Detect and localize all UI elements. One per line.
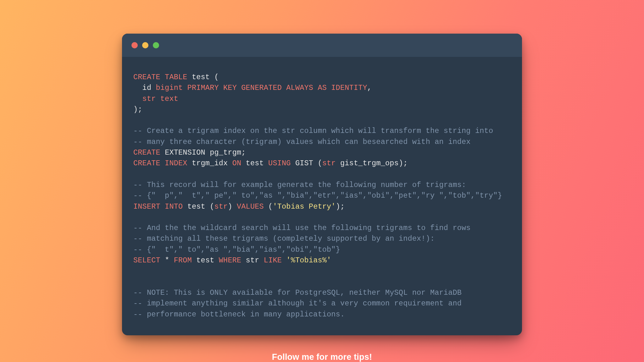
token-str: '%Tobias%' — [286, 256, 331, 265]
token-comment: -- matching all these trigrams (complete… — [133, 234, 435, 243]
close-icon[interactable] — [131, 42, 138, 48]
token-plain: ( — [264, 202, 273, 211]
token-kw: WHERE — [219, 256, 242, 265]
token-comment: -- And the the wildcard search will use … — [133, 224, 471, 232]
token-plain: test — [241, 159, 268, 167]
window-titlebar — [122, 34, 522, 57]
token-kw: CREATE TABLE — [133, 73, 187, 81]
token-comment: -- performance bottleneck in many applic… — [133, 310, 345, 319]
token-plain: trgm_idx — [187, 159, 232, 167]
token-kw: ON — [232, 159, 242, 167]
token-comment: -- many three character (trigram) values… — [133, 138, 471, 146]
token-kw: CREATE INDEX — [133, 159, 187, 167]
token-plain: test ( — [187, 73, 219, 81]
token-plain: GIST ( — [291, 159, 322, 167]
token-plain — [133, 95, 142, 103]
token-plain — [282, 256, 286, 265]
token-plain: ); — [336, 202, 345, 211]
token-str: 'Tobias Petry' — [273, 202, 336, 211]
token-kw: str — [214, 202, 228, 211]
minimize-icon[interactable] — [142, 42, 148, 48]
token-kw: str — [322, 159, 336, 167]
token-comment: -- This record will for example generate… — [133, 181, 466, 189]
token-plain: * — [160, 256, 174, 265]
token-plain: , — [367, 84, 372, 92]
token-plain: ); — [133, 105, 142, 114]
footer-text: Follow me for more tips! — [272, 352, 372, 362]
token-kw: CREATE — [133, 148, 160, 157]
code-block: CREATE TABLE test ( id bigint PRIMARY KE… — [122, 57, 522, 335]
token-plain: str — [241, 256, 264, 265]
token-kw: str text — [142, 95, 178, 103]
token-kw: VALUES — [237, 202, 264, 211]
token-kw: USING — [268, 159, 291, 167]
token-plain: id — [133, 84, 156, 92]
token-plain: EXTENSION pg_trgm; — [160, 148, 246, 157]
token-plain: test — [192, 256, 219, 265]
token-comment: -- implement anything similar although i… — [133, 299, 462, 308]
zoom-icon[interactable] — [153, 42, 159, 48]
token-kw: LIKE — [264, 256, 282, 265]
token-plain: ) — [228, 202, 237, 211]
token-plain: test ( — [183, 202, 214, 211]
token-comment: -- {" t"," to","as ","bia","ias","obi","… — [133, 245, 340, 254]
token-kw: SELECT — [133, 256, 160, 265]
token-plain: gist_trgm_ops); — [336, 159, 408, 167]
token-comment: -- NOTE: This is ONLY available for Post… — [133, 288, 462, 297]
gradient-background: CREATE TABLE test ( id bigint PRIMARY KE… — [0, 0, 644, 362]
token-kw: bigint PRIMARY KEY GENERATED ALWAYS AS I… — [156, 84, 367, 92]
token-comment: -- {" p"," t"," pe"," to","as ","bia","e… — [133, 191, 502, 200]
code-window: CREATE TABLE test ( id bigint PRIMARY KE… — [122, 34, 522, 335]
token-kw: FROM — [174, 256, 192, 265]
token-kw: INSERT INTO — [133, 202, 183, 211]
token-comment: -- Create a trigram index on the str col… — [133, 127, 493, 135]
